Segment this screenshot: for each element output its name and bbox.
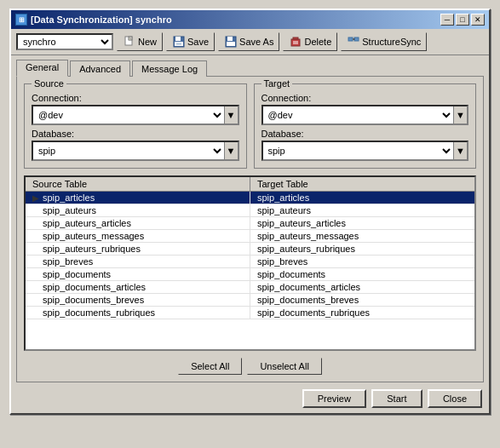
maximize-button[interactable]: □ (456, 14, 469, 26)
source-connection-select[interactable]: @dev (33, 108, 224, 122)
start-button[interactable]: Start (371, 389, 422, 408)
target-table-cell: spip_auteurs_rubriques (250, 243, 474, 255)
toolbar: synchro New Save (11, 29, 489, 55)
target-table-cell: spip_documents (250, 268, 474, 280)
save-icon (172, 35, 186, 49)
delete-button[interactable]: Delete (283, 32, 337, 51)
close-button-footer[interactable]: Close (428, 389, 482, 408)
table-body[interactable]: ▶spip_articlesspip_articlesspip_auteurss… (26, 192, 474, 349)
target-table-cell: spip_auteurs_messages (250, 230, 474, 242)
table-row[interactable]: spip_documents_brevesspip_documents_brev… (26, 294, 474, 307)
title-bar-left: ⊞ [Data Synchronization] synchro (15, 14, 172, 26)
save-as-button[interactable]: Save As (218, 32, 279, 51)
source-connection-field[interactable]: @dev ▼ (32, 105, 239, 125)
preview-button[interactable]: Preview (302, 389, 366, 408)
source-database-dropdown[interactable]: ▼ (224, 142, 238, 159)
svg-rect-4 (175, 37, 181, 41)
svg-rect-11 (293, 37, 298, 39)
table-row[interactable]: spip_documents_articlesspip_documents_ar… (26, 281, 474, 294)
minimize-button[interactable]: ─ (440, 14, 454, 26)
svg-rect-9 (227, 42, 235, 46)
content-area: General Advanced Message Log Source Conn… (11, 55, 489, 413)
target-connection-label: Connection: (261, 93, 469, 103)
save-button[interactable]: Save (166, 32, 215, 51)
select-all-button[interactable]: Select All (178, 358, 242, 375)
source-table-cell: spip_documents_articles (26, 281, 250, 293)
new-icon (123, 35, 136, 49)
source-table-cell: spip_documents (26, 268, 250, 280)
tab-message-log[interactable]: Message Log (132, 60, 207, 77)
table-row[interactable]: ▶spip_articlesspip_articles (26, 192, 474, 204)
source-connection-dropdown[interactable]: ▼ (224, 106, 238, 123)
title-bar-controls: ─ □ ✕ (440, 14, 485, 26)
structure-sync-label: StructureSync (362, 37, 421, 47)
target-database-dropdown[interactable]: ▼ (453, 142, 467, 159)
tab-advanced[interactable]: Advanced (70, 60, 130, 77)
source-table-cell: spip_auteurs_articles (26, 217, 250, 229)
source-panel: Source Connection: @dev ▼ Database: spip… (24, 83, 247, 169)
close-button[interactable]: ✕ (471, 14, 485, 26)
target-table-cell: spip_documents_rubriques (250, 307, 474, 319)
table-row[interactable]: spip_auteurs_messagesspip_auteurs_messag… (26, 230, 474, 243)
table-row[interactable]: spip_documentsspip_documents (26, 268, 474, 281)
window-icon: ⊞ (15, 14, 27, 26)
title-bar: ⊞ [Data Synchronization] synchro ─ □ ✕ (11, 10, 489, 29)
table-row[interactable]: spip_auteurs_articlesspip_auteurs_articl… (26, 217, 474, 230)
delete-icon (289, 35, 302, 49)
table-header: Source Table Target Table (26, 177, 474, 192)
target-legend: Target (261, 78, 293, 89)
svg-rect-8 (227, 37, 233, 41)
tab-general[interactable]: General (16, 60, 68, 77)
source-table-cell: spip_breves (26, 256, 250, 267)
structure-sync-button[interactable]: StructureSync (341, 32, 427, 51)
table-row[interactable]: spip_auteurs_rubriquesspip_auteurs_rubri… (26, 243, 474, 256)
target-table-cell: spip_articles (250, 192, 474, 204)
structure-sync-icon (347, 35, 360, 49)
tab-content-general: Source Connection: @dev ▼ Database: spip… (16, 76, 484, 382)
source-table-cell: spip_auteurs_messages (26, 230, 250, 242)
target-database-select[interactable]: spip (263, 144, 454, 158)
target-table-cell: spip_breves (250, 256, 474, 267)
svg-rect-15 (348, 37, 353, 41)
source-database-label: Database: (32, 129, 239, 139)
connection-panels: Source Connection: @dev ▼ Database: spip… (24, 83, 476, 169)
source-table-cell: spip_documents_breves (26, 294, 250, 306)
main-window: ⊞ [Data Synchronization] synchro ─ □ ✕ s… (9, 9, 491, 415)
new-button[interactable]: New (117, 32, 163, 51)
source-table-cell: ▶spip_articles (26, 192, 250, 204)
footer-buttons: Preview Start Close (16, 389, 484, 408)
target-table-cell: spip_auteurs_articles (250, 217, 474, 229)
target-database-label: Database: (261, 129, 469, 139)
unselect-all-button[interactable]: Unselect All (247, 358, 321, 375)
row-indicator: ▶ (32, 193, 39, 203)
target-connection-select[interactable]: @dev (263, 108, 454, 122)
source-table-cell: spip_documents_rubriques (26, 307, 250, 319)
new-label: New (138, 37, 157, 47)
target-panel: Target Connection: @dev ▼ Database: spip… (254, 83, 477, 169)
table-row[interactable]: spip_documents_rubriquesspip_documents_r… (26, 307, 474, 319)
tabs: General Advanced Message Log (16, 60, 484, 77)
target-table-cell: spip_documents_breves (250, 294, 474, 306)
source-connection-label: Connection: (32, 93, 239, 103)
target-connection-field[interactable]: @dev ▼ (261, 105, 469, 125)
profile-select[interactable]: synchro (18, 35, 112, 49)
target-table-cell: spip_auteurs (250, 204, 474, 216)
target-connection-dropdown[interactable]: ▼ (453, 106, 467, 123)
svg-rect-6 (176, 43, 181, 45)
save-as-icon (224, 35, 238, 49)
table-row[interactable]: spip_brevesspip_breves (26, 256, 474, 268)
source-database-field[interactable]: spip ▼ (32, 141, 239, 161)
save-as-label: Save As (239, 37, 273, 47)
source-database-select[interactable]: spip (33, 144, 224, 158)
source-table-cell: spip_auteurs_rubriques (26, 243, 250, 255)
delete-label: Delete (304, 37, 331, 47)
target-table-cell: spip_documents_articles (250, 281, 474, 293)
save-label: Save (187, 37, 209, 47)
target-database-field[interactable]: spip ▼ (261, 141, 469, 161)
window-title: [Data Synchronization] synchro (31, 14, 172, 25)
source-legend: Source (32, 78, 66, 89)
col-source-table: Source Table (26, 177, 250, 191)
profile-select-wrapper[interactable]: synchro (16, 33, 113, 50)
table-row[interactable]: spip_auteursspip_auteurs (26, 204, 474, 217)
sync-table: Source Table Target Table ▶spip_articles… (24, 175, 476, 351)
